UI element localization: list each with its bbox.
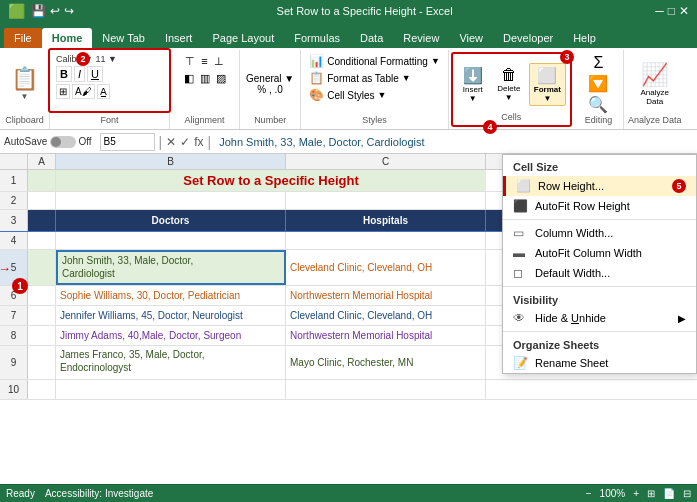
col-header-A[interactable]: A xyxy=(28,154,56,169)
cell-A2[interactable] xyxy=(28,192,56,209)
cell-B2[interactable] xyxy=(56,192,286,209)
cell-C8[interactable]: Northwestern Memorial Hospital xyxy=(286,326,486,345)
tab-view[interactable]: View xyxy=(449,28,493,48)
col-header-B[interactable]: B xyxy=(56,154,286,169)
maximize-btn[interactable]: □ xyxy=(668,4,675,18)
row-num-4: 4 xyxy=(0,232,28,249)
tab-formulas[interactable]: Formulas xyxy=(284,28,350,48)
tab-developer[interactable]: Developer xyxy=(493,28,563,48)
hide-unhide-label: Hide & Unhide xyxy=(535,312,606,324)
cell-A10[interactable] xyxy=(28,380,56,399)
group-styles: 📊 Conditional Formatting ▼ 📋 Format as T… xyxy=(301,50,449,129)
align-left-btn[interactable]: ◧ xyxy=(182,71,196,86)
row-height-label: Row Height... xyxy=(538,180,604,192)
cell-C10[interactable] xyxy=(286,380,486,399)
cell-C5[interactable]: Cleveland Clinic, Cleveland, OH xyxy=(286,250,486,285)
row-height-item[interactable]: ⬜ Row Height... 5 xyxy=(503,176,696,196)
format-btn[interactable]: ⬜ Format ▼ xyxy=(529,63,566,106)
cell-B6[interactable]: Sophie Williams, 30, Doctor, Pediatricia… xyxy=(56,286,286,305)
cell-B9[interactable]: James Franco, 35, Male, Doctor,Endocrino… xyxy=(56,346,286,379)
save-icon[interactable]: 💾 xyxy=(31,4,46,18)
font-color-btn[interactable]: A̲ xyxy=(97,84,110,99)
underline-btn[interactable]: U xyxy=(87,66,103,82)
cell-A6[interactable] xyxy=(28,286,56,305)
sheet-view-normal[interactable]: ⊞ xyxy=(647,488,655,499)
status-ready: Ready xyxy=(6,488,35,499)
tab-home[interactable]: Home xyxy=(42,28,93,48)
cell-B1-merged[interactable]: Set Row to a Specific Height xyxy=(56,170,486,191)
insert-function-icon[interactable]: fx xyxy=(194,135,203,149)
zoom-out-btn[interactable]: − xyxy=(586,488,592,499)
cell-C4[interactable] xyxy=(286,232,486,249)
delete-btn[interactable]: 🗑 Delete ▼ xyxy=(493,64,525,104)
col-header-C[interactable]: C xyxy=(286,154,486,169)
cell-A7[interactable] xyxy=(28,306,56,325)
cell-A4[interactable] xyxy=(28,232,56,249)
cell-C9[interactable]: Mayo Clinic, Rochester, MN xyxy=(286,346,486,379)
name-box[interactable] xyxy=(100,133,155,151)
border-btn[interactable]: ⊞ xyxy=(56,84,70,99)
clipboard-btn[interactable]: 📋 ▼ xyxy=(9,64,40,103)
italic-btn[interactable]: I xyxy=(74,66,85,82)
tab-help[interactable]: Help xyxy=(563,28,606,48)
number-format-btn[interactable]: General ▼% , .0 xyxy=(244,71,296,97)
cell-styles-btn[interactable]: 🎨 Cell Styles ▼ xyxy=(307,87,442,103)
align-center-btn[interactable]: ▥ xyxy=(198,71,212,86)
sheet-area: A B C 1 Set Row to a Specific Height 2 3 xyxy=(0,154,697,484)
conditional-formatting-btn[interactable]: 📊 Conditional Formatting ▼ xyxy=(307,53,442,69)
align-bot-btn[interactable]: ⊥ xyxy=(212,54,226,69)
tab-data[interactable]: Data xyxy=(350,28,393,48)
formula-input[interactable] xyxy=(215,136,693,148)
cell-B3[interactable]: Doctors xyxy=(56,210,286,231)
zoom-in-btn[interactable]: + xyxy=(633,488,639,499)
analyze-btn[interactable]: 📈 Analyze Data xyxy=(640,62,668,106)
cell-C3[interactable]: Hospitals xyxy=(286,210,486,231)
align-mid-btn[interactable]: ≡ xyxy=(199,54,209,69)
cell-B10[interactable] xyxy=(56,380,286,399)
close-btn[interactable]: ✕ xyxy=(679,4,689,18)
default-width-item[interactable]: ◻ Default Width... xyxy=(503,263,696,283)
fill-color-btn[interactable]: A🖌 xyxy=(72,84,95,99)
autosave-label: AutoSave xyxy=(4,136,47,147)
cell-B8[interactable]: Jimmy Adams, 40,Male, Doctor, Surgeon xyxy=(56,326,286,345)
sheet-view-layout[interactable]: 📄 xyxy=(663,488,675,499)
sheet-view-break[interactable]: ⊟ xyxy=(683,488,691,499)
autosave-toggle[interactable]: Off xyxy=(50,136,91,148)
cell-A3[interactable] xyxy=(28,210,56,231)
number-label: Number xyxy=(244,115,296,127)
undo-icon[interactable]: ↩ xyxy=(50,4,60,18)
autofit-col-width-item[interactable]: ▬ AutoFit Column Width xyxy=(503,243,696,263)
alignment-label: Alignment xyxy=(174,115,235,127)
autofit-row-height-item[interactable]: ⬛ AutoFit Row Height xyxy=(503,196,696,216)
cell-A5[interactable] xyxy=(28,250,56,285)
autosave-control: AutoSave Off xyxy=(4,136,92,148)
cell-C7[interactable]: Cleveland Clinic, Cleveland, OH xyxy=(286,306,486,325)
cell-B5[interactable]: John Smith, 33, Male, Doctor,Cardiologis… xyxy=(56,250,286,285)
redo-icon[interactable]: ↪ xyxy=(64,4,74,18)
tab-file[interactable]: File xyxy=(4,28,42,48)
cell-C2[interactable] xyxy=(286,192,486,209)
hide-unhide-item[interactable]: 👁 Hide & Unhide ▶ xyxy=(503,308,696,328)
insert-btn[interactable]: ⬇️ Insert ▼ xyxy=(457,64,489,105)
cell-B7[interactable]: Jennifer Williams, 45, Doctor, Neurologi… xyxy=(56,306,286,325)
align-top-btn[interactable]: ⊤ xyxy=(183,54,197,69)
cell-C6[interactable]: Northwestern Memorial Hospital xyxy=(286,286,486,305)
column-width-item[interactable]: ▭ Column Width... xyxy=(503,223,696,243)
format-as-table-btn[interactable]: 📋 Format as Table ▼ xyxy=(307,70,442,86)
confirm-formula-icon[interactable]: ✓ xyxy=(180,135,190,149)
rename-sheet-item[interactable]: 📝 Rename Sheet xyxy=(503,353,696,373)
cell-A1[interactable] xyxy=(28,170,56,191)
cell-A9[interactable] xyxy=(28,346,56,379)
cell-A8[interactable] xyxy=(28,326,56,345)
minimize-btn[interactable]: ─ xyxy=(655,4,664,18)
tab-newtab[interactable]: New Tab xyxy=(92,28,155,48)
editing-btns[interactable]: Σ 🔽 🔍 xyxy=(588,54,608,114)
align-right-btn[interactable]: ▨ xyxy=(214,71,228,86)
cell-B4[interactable] xyxy=(56,232,286,249)
tab-review[interactable]: Review xyxy=(393,28,449,48)
group-cells: ⬇️ Insert ▼ 🗑 Delete ▼ ⬜ Format ▼ xyxy=(449,50,574,129)
tab-pagelayout[interactable]: Page Layout xyxy=(202,28,284,48)
bold-btn[interactable]: B xyxy=(56,66,72,82)
tab-insert[interactable]: Insert xyxy=(155,28,203,48)
cancel-formula-icon[interactable]: ✕ xyxy=(166,135,176,149)
